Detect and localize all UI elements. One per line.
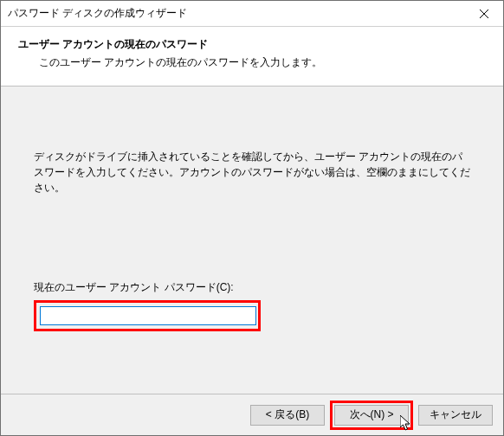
next-highlight-box: 次へ(N) > — [330, 401, 413, 430]
header-subtitle: このユーザー アカウントの現在のパスワードを入力します。 — [39, 55, 486, 70]
wizard-window: パスワード ディスクの作成ウィザード ユーザー アカウントの現在のパスワード こ… — [0, 0, 504, 436]
wizard-body: ディスクがドライブに挿入されていることを確認してから、ユーザー アカウントの現在… — [1, 87, 503, 394]
password-label: 現在のユーザー アカウント パスワード(C): — [34, 280, 470, 295]
titlebar: パスワード ディスクの作成ウィザード — [1, 1, 503, 27]
close-icon — [480, 10, 488, 18]
back-button[interactable]: < 戻る(B) — [250, 405, 325, 426]
header-title: ユーザー アカウントの現在のパスワード — [18, 37, 486, 52]
wizard-header: ユーザー アカウントの現在のパスワード このユーザー アカウントの現在のパスワー… — [1, 27, 503, 87]
wizard-footer: < 戻る(B) 次へ(N) > キャンセル — [1, 394, 503, 435]
instruction-text: ディスクがドライブに挿入されていることを確認してから、ユーザー アカウントの現在… — [34, 149, 470, 196]
close-button[interactable] — [464, 1, 503, 26]
window-title: パスワード ディスクの作成ウィザード — [8, 6, 187, 21]
password-highlight-box — [34, 300, 261, 331]
cancel-button[interactable]: キャンセル — [418, 405, 493, 426]
next-button[interactable]: 次へ(N) > — [334, 405, 409, 426]
password-input[interactable] — [40, 306, 256, 325]
